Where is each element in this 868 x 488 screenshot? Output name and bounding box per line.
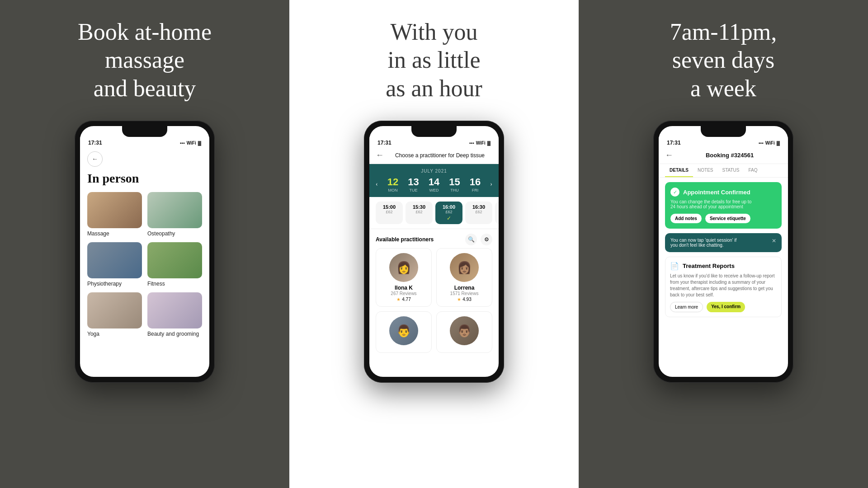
back-button[interactable]: ← [665,150,673,160]
confirmed-top: ✓ Appointment Confirmed [670,188,776,197]
practitioner-male2[interactable]: 👨🏽 [436,311,492,353]
day-number: 16 [470,176,481,188]
calendar-days: ‹ 12 MON 13 TUE 14 WED [376,176,492,197]
phone-2-time: 17:31 [377,140,392,146]
phone-3-header: ← Booking #324561 [659,147,788,164]
practitioner-ilona[interactable]: 👩 Ilona K 267 Reviews ★ 4.77 [376,248,432,307]
phone-3: 17:31 ▪▪▪ WiFi ▓ ← Booking #324561 DETAI… [653,121,793,383]
calendar-month: JULY 2021 [376,169,492,174]
list-item[interactable]: Beauty and grooming [147,292,202,337]
phone-1-status-bar: 17:31 ▪▪▪ WiFi ▓ [80,137,209,147]
time-slot-1600[interactable]: 16:00 £62 ✓ [435,202,462,224]
slot-time: 15:30 [409,204,429,210]
slot-price: £62 [439,210,459,214]
calendar-day-15[interactable]: 15 THU [449,176,460,192]
day-label: FRI [472,188,479,192]
confirmed-buttons: Add notes Service etiquette [670,214,776,223]
phone-1-screen: 17:31 ▪▪▪ WiFi ▓ ← In person Massage [80,126,209,377]
yoga-label: Yoga [87,331,142,337]
yoga-image [87,292,142,328]
tab-status[interactable]: STATUS [718,164,744,177]
calendar-day-16[interactable]: 16 FRI [470,176,481,192]
phone-1-notch [122,126,167,137]
tab-faq[interactable]: FAQ [744,164,762,177]
day-label: MON [388,188,397,192]
time-slots: 15:00 £62 15:30 £62 16:00 £62 ✓ 16:30 [369,197,499,229]
tab-notes[interactable]: NOTES [693,164,717,177]
phone-2-screen: 17:31 ▪▪▪ WiFi ▓ ← Choose a practitioner… [369,126,499,377]
practitioner-lorrena[interactable]: 👩🏽 Lorrena 1571 Reviews ★ 4.93 [436,248,492,307]
time-slot-1530[interactable]: 15:30 £62 [406,202,433,224]
day-number: 12 [387,176,398,188]
rating-value: 4.93 [462,297,471,302]
list-item[interactable]: Physiotherapy [87,242,142,287]
calendar-prev[interactable]: ‹ [376,181,378,188]
panel-1: Book at-home massage and beauty 17:31 ▪▪… [0,0,289,488]
practitioner-name: Lorrena [454,285,475,291]
physio-image [87,242,142,278]
booking-tabs: DETAILS NOTES STATUS FAQ [659,164,788,178]
practitioner-rating: ★ 4.77 [396,297,410,302]
calendar-day-12[interactable]: 12 MON [387,176,398,192]
appointment-confirmed-banner: ✓ Appointment Confirmed You can change t… [665,182,782,229]
physio-label: Physiotherapy [87,281,142,287]
list-item[interactable]: Massage [87,192,142,237]
phone-2: 17:31 ▪▪▪ WiFi ▓ ← Choose a practitioner… [364,121,504,383]
tab-details[interactable]: DETAILS [665,164,693,177]
booking-id: Booking #324561 [678,152,782,159]
confirmed-subtitle: You can change the details for free up t… [670,199,776,209]
day-number: 15 [449,176,460,188]
avatar-image: 👨 [389,316,418,345]
check-icon: ✓ [670,188,679,197]
list-item[interactable]: Fitness [147,242,202,287]
time-slot-1700[interactable]: 17: £ [495,202,499,224]
list-item[interactable]: Yoga [87,292,142,337]
phone-1: 17:31 ▪▪▪ WiFi ▓ ← In person Massage [75,121,215,383]
time-slot-1500[interactable]: 15:00 £62 [376,202,403,224]
confirm-button[interactable]: Yes, I confirm [707,302,745,312]
back-button[interactable]: ← [87,151,103,167]
calendar-day-13[interactable]: 13 TUE [408,176,419,192]
list-item[interactable]: Osteopathy [147,192,202,237]
category-grid: Massage Osteopathy Physiotherapy Fitness [80,192,209,337]
back-button[interactable]: ← [376,150,384,160]
avatar-image: 👩🏽 [450,253,479,282]
calendar-day-14[interactable]: 14 WED [429,176,439,192]
practitioners-grid: 👩 Ilona K 267 Reviews ★ 4.77 👩🏽 [369,248,499,353]
slot-price: £62 [379,210,399,214]
close-icon[interactable]: ✕ [772,238,776,244]
filter-button[interactable]: ⚙ [481,234,492,245]
massage-image [87,192,142,228]
rating-value: 4.77 [402,297,410,302]
section-title: In person [80,171,209,192]
practitioners-section: Available practitioners 🔍 ⚙ [369,229,499,248]
learn-more-button[interactable]: Learn more [670,302,703,312]
service-etiquette-button[interactable]: Service etiquette [705,214,750,223]
battery-icon: ▓ [777,141,780,145]
signal-icon: ▪▪▪ [759,141,764,145]
treatment-header: 📄 Treatment Reports [670,262,777,270]
add-notes-button[interactable]: Add notes [670,214,702,223]
header-title: Choose a practitioner for Deep tissue [387,152,492,159]
search-button[interactable]: 🔍 [465,234,477,245]
beauty-image [147,292,202,328]
practitioner-avatar: 👩🏽 [450,253,479,282]
panel-1-heading: Book at-home massage and beauty [51,18,239,103]
practitioner-reviews: 1571 Reviews [450,291,479,296]
treatment-title: Treatment Reports [683,263,735,269]
phone-1-status-icons: ▪▪▪ WiFi ▓ [180,141,201,145]
checkmark-icon: ✓ [439,215,459,221]
practitioner-name: Ilona K [395,285,413,291]
quiet-text: You can now tap 'quiet session' ifyou do… [670,238,768,248]
practitioner-male1[interactable]: 👨 [376,311,432,353]
practitioner-avatar: 👨🏽 [450,316,479,345]
wifi-icon: WiFi [187,141,196,145]
practitioners-label: Available practitioners [376,236,434,243]
calendar-next[interactable]: › [490,181,492,188]
osteopathy-label: Osteopathy [147,230,202,237]
practitioner-actions: 🔍 ⚙ [465,234,492,245]
practitioner-avatar: 👩 [389,253,418,282]
signal-icon: ▪▪▪ [469,141,474,145]
avatar-image: 👨🏽 [450,316,479,345]
time-slot-1630[interactable]: 16:30 £62 [465,202,492,224]
